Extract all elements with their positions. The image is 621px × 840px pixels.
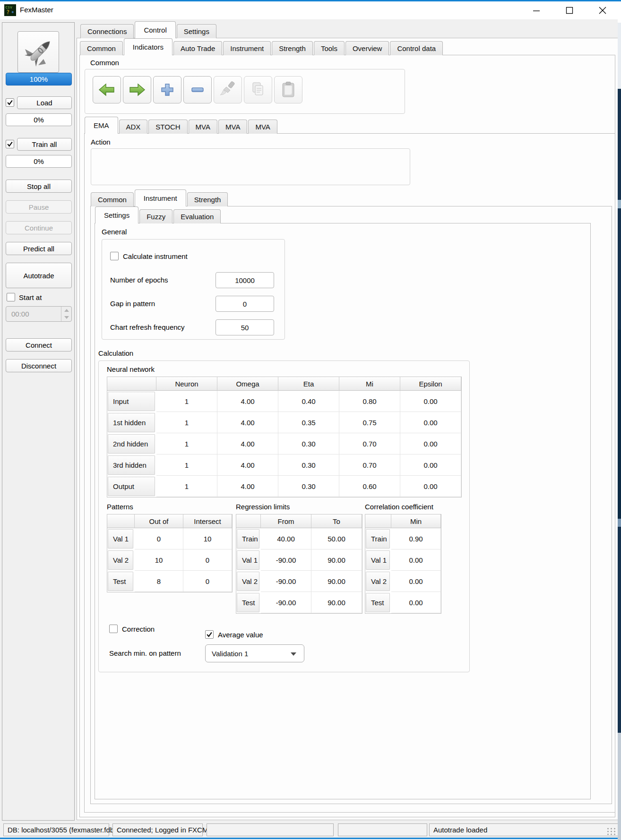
close-button[interactable] (592, 1, 613, 19)
table-cell[interactable]: 1 (156, 454, 217, 476)
tab-auto-trade[interactable]: Auto Trade (173, 41, 222, 55)
tab-tools[interactable]: Tools (314, 41, 345, 55)
spinner-down-icon[interactable] (64, 316, 69, 319)
tab-connections[interactable]: Connections (80, 24, 134, 38)
tab-strength[interactable]: Strength (272, 41, 313, 55)
table-cell[interactable]: 10 (135, 549, 183, 571)
table-cell[interactable]: 4.00 (217, 476, 278, 497)
gap-field[interactable]: 0 (216, 296, 274, 312)
tab-ema-strength[interactable]: Strength (187, 192, 228, 206)
calculate-instrument-checkbox[interactable] (110, 252, 119, 260)
forward-button[interactable] (123, 76, 151, 103)
table-cell[interactable]: 0 (183, 571, 232, 592)
connect-button[interactable]: Connect (6, 338, 72, 351)
table-cell[interactable]: 0.35 (278, 412, 339, 433)
average-value-checkbox[interactable] (205, 630, 214, 639)
remove-button[interactable] (183, 76, 212, 103)
tab-control-data[interactable]: Control data (390, 41, 443, 55)
tab-ema-instrument[interactable]: Instrument (135, 189, 186, 206)
table-cell[interactable]: 1 (156, 412, 217, 433)
autotrade-button[interactable]: Autotrade (6, 263, 72, 288)
table-cell[interactable]: 4.00 (217, 433, 278, 454)
load-checkbox[interactable] (6, 98, 14, 107)
tab-common[interactable]: Common (80, 41, 123, 55)
tab-adx[interactable]: ADX (119, 120, 148, 134)
table-cell[interactable]: 1 (156, 476, 217, 497)
table-cell[interactable]: 90.00 (311, 592, 362, 613)
table-cell[interactable]: 0.00 (400, 412, 461, 433)
tab-ema-common[interactable]: Common (91, 192, 134, 206)
table-cell[interactable]: 0.75 (339, 412, 400, 433)
clear-button[interactable] (214, 76, 242, 103)
table-cell[interactable]: 10 (183, 528, 232, 549)
table-cell[interactable]: -90.00 (261, 549, 311, 571)
tab-instrument[interactable]: Instrument (223, 41, 271, 55)
table-cell[interactable]: 1 (156, 391, 217, 412)
table-cell[interactable]: 0.60 (339, 476, 400, 497)
tab-control[interactable]: Control (135, 21, 175, 38)
table-cell[interactable]: 0.90 (391, 528, 441, 549)
table-cell[interactable]: -90.00 (261, 592, 311, 613)
tab-mva-2[interactable]: MVA (218, 120, 247, 134)
tab-ema[interactable]: EMA (85, 117, 118, 134)
tab-inst-fuzzy[interactable]: Fuzzy (139, 209, 172, 223)
tab-settings[interactable]: Settings (177, 24, 216, 38)
table-cell[interactable]: -90.00 (261, 571, 311, 592)
table-cell[interactable]: 90.00 (311, 549, 362, 571)
table-cell[interactable]: 4.00 (217, 454, 278, 476)
tab-mva-3[interactable]: MVA (248, 120, 277, 134)
predict-all-button[interactable]: Predict all (6, 242, 72, 255)
epochs-field[interactable]: 10000 (216, 272, 274, 288)
table-cell[interactable]: 1 (156, 433, 217, 454)
tab-indicators[interactable]: Indicators (124, 38, 172, 55)
time-spinner-buttons[interactable] (61, 307, 71, 321)
table-cell[interactable]: 0.00 (391, 592, 441, 613)
table-cell[interactable]: 0 (183, 549, 232, 571)
table-cell[interactable]: 4.00 (217, 391, 278, 412)
tab-overview[interactable]: Overview (345, 41, 389, 55)
table-cell[interactable]: 0 (135, 528, 183, 549)
start-at-checkbox[interactable] (7, 293, 15, 301)
table-cell[interactable]: 8 (135, 571, 183, 592)
minimize-button[interactable] (526, 1, 547, 19)
table-cell[interactable]: 0.00 (400, 476, 461, 497)
table-cell[interactable]: 40.00 (261, 528, 311, 549)
table-cell[interactable]: 0.00 (391, 549, 441, 571)
tab-inst-settings[interactable]: Settings (95, 206, 138, 223)
table-cell[interactable]: 0.30 (278, 476, 339, 497)
tab-inst-evaluation[interactable]: Evaluation (173, 209, 221, 223)
table-cell[interactable]: 50.00 (311, 528, 362, 549)
table-cell[interactable]: 0.80 (339, 391, 400, 412)
spinner-up-icon[interactable] (64, 309, 69, 312)
table-cell[interactable]: 0.00 (400, 391, 461, 412)
table-cell[interactable]: 0.30 (278, 454, 339, 476)
stop-all-button[interactable]: Stop all (6, 180, 72, 193)
table-cell[interactable]: 0.00 (391, 571, 441, 592)
add-button[interactable] (153, 76, 181, 103)
back-button[interactable] (93, 76, 121, 103)
table-cell[interactable]: 90.00 (311, 571, 362, 592)
table-cell[interactable]: 0.40 (278, 391, 339, 412)
tab-stoch[interactable]: STOCH (148, 120, 187, 134)
load-button[interactable]: Load (17, 96, 72, 109)
table-cell[interactable]: 4.00 (217, 412, 278, 433)
tab-mva-1[interactable]: MVA (189, 120, 217, 134)
table-cell[interactable]: 0.00 (400, 454, 461, 476)
table-cell[interactable]: 0.70 (339, 433, 400, 454)
train-checkbox[interactable] (6, 140, 14, 148)
launcher-button[interactable] (17, 31, 59, 73)
train-all-button[interactable]: Train all (17, 138, 72, 151)
paste-button[interactable] (274, 76, 302, 103)
disconnect-button[interactable]: Disconnect (6, 359, 72, 372)
search-pattern-dropdown[interactable]: Validation 1 (205, 644, 304, 662)
resize-grip[interactable] (606, 827, 617, 836)
continue-button[interactable]: Continue (6, 221, 72, 234)
table-cell[interactable]: 0.30 (278, 433, 339, 454)
table-cell[interactable]: 0.70 (339, 454, 400, 476)
pause-button[interactable]: Pause (6, 200, 72, 214)
copy-button[interactable] (244, 76, 272, 103)
refresh-field[interactable]: 50 (216, 319, 274, 335)
table-cell[interactable]: 0.00 (400, 433, 461, 454)
maximize-button[interactable] (559, 1, 580, 19)
correction-checkbox[interactable] (109, 625, 118, 633)
